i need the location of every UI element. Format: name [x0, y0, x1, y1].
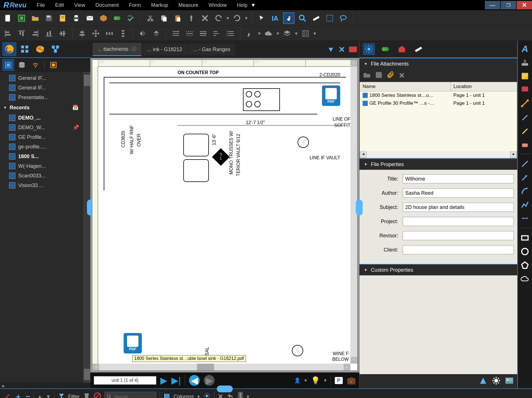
next-page-icon[interactable]: ▶| [171, 375, 181, 386]
add-markup-icon[interactable]: ＋ [14, 391, 22, 398]
window-close-button[interactable]: ✕ [517, 1, 532, 9]
hatch-icon[interactable] [300, 28, 311, 39]
menu-file[interactable]: File [37, 2, 45, 8]
clear-filter-icon[interactable] [94, 392, 101, 398]
delete-x-icon[interactable] [199, 12, 211, 24]
attach-row[interactable]: GE Profile 30 Profile™ …s -…Page 1 - uni… [360, 99, 517, 107]
measure-icon[interactable] [310, 12, 322, 24]
text-style-icon[interactable] [211, 28, 223, 39]
close-markup-icon[interactable]: ✕ [218, 393, 223, 398]
copy-icon[interactable] [158, 12, 170, 24]
col-name[interactable]: Name [360, 82, 451, 91]
zoom-icon[interactable] [297, 12, 308, 24]
studio-icon[interactable] [111, 12, 123, 24]
markup-search-input[interactable] [112, 392, 154, 398]
window-maximize-button[interactable]: ❐ [501, 1, 516, 9]
brush-icon[interactable] [244, 28, 256, 39]
expand-arrow-icon[interactable]: ▸ [0, 383, 90, 388]
arrow-tool-icon[interactable] [519, 172, 531, 183]
notes-icon[interactable] [57, 12, 68, 24]
open-icon[interactable] [16, 12, 27, 24]
prop-input-title[interactable] [403, 174, 514, 183]
undo-dropdown-icon[interactable]: ▾ [226, 15, 229, 21]
tab-structures-icon[interactable] [48, 42, 63, 56]
new-file-icon[interactable] [2, 12, 14, 24]
panel-handle-right[interactable] [356, 200, 363, 215]
tree-item[interactable]: ▫GE Profile... [0, 132, 90, 142]
paperclip-icon[interactable] [387, 71, 395, 80]
user-icon[interactable]: 👤 [294, 377, 300, 384]
window-minimize-button[interactable]: — [485, 1, 500, 9]
columns-icon[interactable] [163, 393, 170, 398]
tab-close-all-icon[interactable]: ✕ [338, 45, 345, 54]
document-canvas[interactable]: |16|17|18|19 ON COUNTER TOP 2-CD2020 12'… [92, 60, 358, 371]
text-select-icon[interactable]: IA [269, 12, 281, 24]
rect-tool-icon[interactable] [519, 232, 531, 244]
prop-input-subject[interactable] [403, 203, 514, 212]
cloud-markup-icon[interactable] [519, 273, 531, 284]
record-icon[interactable] [349, 47, 357, 52]
line-style-3-icon[interactable] [198, 28, 209, 39]
menu-document[interactable]: Document [95, 2, 119, 8]
flag-tool-icon[interactable] [519, 84, 531, 95]
tab-sets-icon[interactable] [396, 43, 408, 55]
distribute-h-icon[interactable] [104, 28, 115, 39]
filter-icon[interactable] [58, 393, 65, 398]
distribute-v-icon[interactable] [117, 28, 129, 39]
save-attach-icon[interactable] [375, 71, 383, 80]
line-tool-icon[interactable] [519, 158, 531, 169]
tab-3d-icon[interactable] [33, 42, 47, 56]
tree-item[interactable]: ▫Vision33 ... [0, 181, 90, 190]
attach-row[interactable]: 1800 Series Stainless st…u…Page 1 - unit… [360, 91, 517, 99]
tree-scrollbar[interactable] [84, 72, 90, 383]
filter-label[interactable]: Filter [68, 394, 80, 398]
tree-item[interactable]: ▫Scan0033... [0, 171, 90, 181]
pen-tool-icon[interactable] [519, 111, 531, 123]
window-dropdown-icon[interactable]: ▼ [248, 2, 259, 8]
flip-v-icon[interactable] [151, 28, 162, 39]
tree-item[interactable]: ▫General IF... [0, 83, 90, 93]
tree-item[interactable]: ▫DEMO_W...📌 [0, 123, 90, 132]
remove-markup-icon[interactable]: − [26, 392, 30, 398]
doc-tab-attachments[interactable]: ... ttachmentsⓧ [93, 43, 142, 56]
line-style-1-icon[interactable] [170, 28, 182, 39]
tab-dropdown-icon[interactable]: ▼ [327, 45, 334, 54]
pan-icon[interactable] [283, 12, 294, 24]
polyline-tool-icon[interactable] [519, 199, 531, 210]
polygon-tool-icon[interactable] [519, 259, 531, 271]
highlight-tool-icon[interactable] [519, 125, 531, 136]
custom-properties-header[interactable]: ▼Custom Properties [359, 264, 517, 275]
tab-file-access-icon[interactable] [2, 42, 16, 56]
image-tool-icon[interactable] [505, 376, 514, 387]
attach-hscroll[interactable]: ◂▸ [360, 151, 517, 158]
move-icon[interactable] [90, 28, 101, 39]
circle-tool-icon[interactable] [519, 246, 531, 257]
drive-icon[interactable] [16, 59, 28, 71]
check-icon[interactable]: ABC [125, 12, 136, 24]
pin-icon[interactable] [186, 12, 197, 24]
undo-icon[interactable] [213, 12, 224, 24]
tab-measure-icon[interactable] [412, 43, 424, 55]
tab-studio-icon[interactable] [379, 43, 391, 55]
align-bottom-icon[interactable] [43, 28, 55, 39]
arc-tool-icon[interactable] [519, 185, 531, 197]
nav-back-icon[interactable]: ◀ [189, 375, 200, 386]
flip-h-icon[interactable] [137, 28, 148, 39]
tab-properties-icon[interactable] [363, 43, 375, 55]
pdf-attachment-icon[interactable]: PDF [124, 333, 142, 353]
tree-item[interactable]: ▫1800 S... [0, 152, 90, 161]
menu-markup[interactable]: Markup [151, 2, 168, 8]
pdf-attachment-icon[interactable]: PDF [322, 85, 340, 106]
close-tab-icon[interactable]: ⓧ [131, 46, 136, 53]
save-icon[interactable] [43, 12, 55, 24]
doc-tab-gas[interactable]: ... - Gas Ranges [188, 44, 235, 55]
collapse-icon[interactable]: ▲ [37, 394, 42, 398]
line-style-2-icon[interactable] [184, 28, 195, 39]
mail-icon[interactable] [84, 12, 95, 24]
cut-icon[interactable] [145, 12, 156, 24]
file-properties-header[interactable]: ▼File Properties [359, 158, 517, 170]
col-location[interactable]: Location [451, 82, 517, 91]
text-tool-icon[interactable]: A [519, 43, 531, 55]
menu-edit[interactable]: Edit [55, 2, 64, 8]
panel-handle-bottom[interactable] [217, 386, 233, 392]
